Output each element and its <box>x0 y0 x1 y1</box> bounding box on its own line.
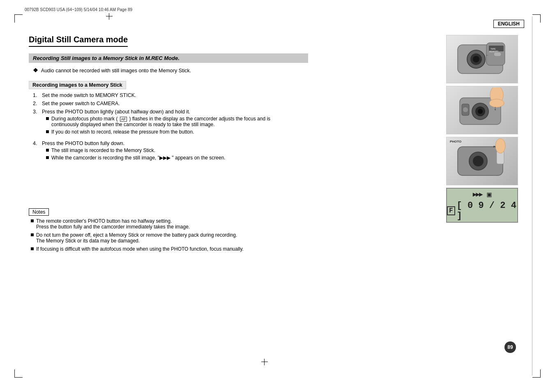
step-4-bullet-1: The still image is recorded to the Memor… <box>46 148 226 153</box>
step-3: 3. Press the PHOTO button lightly (about… <box>33 109 296 138</box>
svg-point-21 <box>473 156 484 166</box>
section-heading: Recording images to a Memory Stick <box>29 81 126 89</box>
notes-list: The remote controller's PHOTO button has… <box>31 218 244 252</box>
svg-point-24 <box>495 138 505 153</box>
step-3-bullet-2: If you do not wish to record, release th… <box>46 129 296 135</box>
step-1: 1. Set the mode switch to MEMORY STICK. <box>33 92 296 98</box>
camera-diagram-3: PHOTO <box>449 138 515 184</box>
svg-point-4 <box>473 56 479 62</box>
content-left: Digital Still Camera mode Recording Stil… <box>29 35 296 166</box>
vline-right <box>532 16 532 376</box>
photo-label: PHOTO <box>450 140 461 143</box>
note-1: The remote controller's PHOTO button has… <box>31 218 244 230</box>
svg-point-15 <box>489 99 504 107</box>
images-area: TAPE MEMORY ← <box>446 35 524 224</box>
svg-point-13 <box>478 109 483 114</box>
note-2: Do not turn the power off, eject a Memor… <box>31 232 244 244</box>
corner-mark-br <box>532 369 541 378</box>
doc-ref: 00792B SCD903 USA (64~109) 5/14/04 10:46… <box>25 7 132 12</box>
svg-text:←: ← <box>486 53 489 57</box>
display-bottom-row: F [ 0 9 / 2 4 ] <box>447 201 517 221</box>
svg-rect-8 <box>494 52 501 56</box>
notes-section: Notes The remote controller's PHOTO butt… <box>29 208 244 254</box>
crosshair-bottom-center <box>261 359 268 365</box>
memory-icon: ▣ <box>487 190 492 199</box>
audio-note: ❖ Audio cannot be recorded with still im… <box>33 67 296 74</box>
page-title: Digital Still Camera mode <box>29 35 128 47</box>
step-4-bullets: The still image is recorded to the Memor… <box>46 148 226 162</box>
page: 00792B SCD903 USA (64~109) 5/14/04 10:46… <box>0 0 555 392</box>
step-4-bullet-2: While the camcorder is recording the sti… <box>46 155 226 161</box>
step-2: 2. Set the power switch to CAMERA. <box>33 101 296 106</box>
f-label: F <box>447 206 455 215</box>
camera-image-1: TAPE MEMORY ← <box>446 35 518 83</box>
crosshair-top-left <box>106 13 113 20</box>
camera-image-3: PHOTO PHOTO <box>446 137 518 185</box>
svg-text:↓: ↓ <box>494 105 497 111</box>
camera-image-2: ↓ <box>446 86 518 134</box>
notes-label: Notes <box>29 208 49 216</box>
display-box: ▶▶▶ ▣ F [ 0 9 / 2 4 ] <box>446 188 518 223</box>
corner-mark-bl <box>14 369 23 378</box>
arrows-symbol: ▶▶▶ <box>473 190 482 198</box>
subtitle-box: Recording Still images to a Memory Stick… <box>29 53 308 63</box>
af-mark: AF <box>120 117 127 122</box>
frame-counter: [ 0 9 / 2 4 ] <box>457 201 517 221</box>
display-top-row: ▶▶▶ ▣ <box>473 190 492 199</box>
steps-list: 1. Set the mode switch to MEMORY STICK. … <box>33 92 296 164</box>
step-3-bullet-1: During autofocus photo mark ( AF ) flash… <box>46 116 296 127</box>
cross-symbol: ❖ <box>33 67 38 74</box>
corner-mark-tr <box>532 14 541 23</box>
svg-point-18 <box>463 107 468 112</box>
step-4: 4. Press the PHOTO button fully down. Th… <box>33 141 296 164</box>
page-number: 89 <box>504 341 516 353</box>
camera-diagram-2: ↓ <box>449 88 515 133</box>
note-3: If focusing is difficult with the autofo… <box>31 246 244 252</box>
language-badge: ENGLISH <box>493 20 524 28</box>
step-3-bullets: During autofocus photo mark ( AF ) flash… <box>46 116 296 136</box>
corner-mark-tl <box>14 14 23 23</box>
camera-diagram-1: TAPE MEMORY ← <box>449 37 515 82</box>
